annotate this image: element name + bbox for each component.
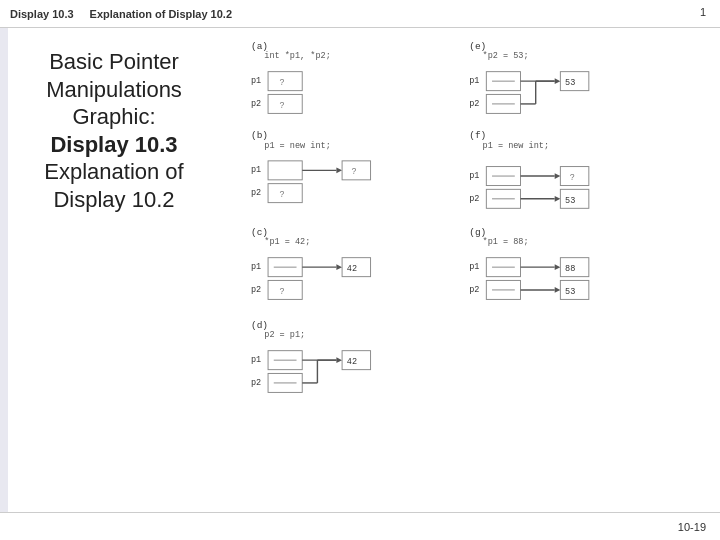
svg-rect-17 — [268, 184, 302, 203]
svg-text:(c): (c) — [251, 227, 268, 238]
svg-text:(g): (g) — [469, 227, 486, 238]
svg-text:p2: p2 — [251, 285, 261, 295]
svg-marker-37 — [336, 357, 342, 363]
svg-text:42: 42 — [347, 264, 357, 274]
svg-text:p1: p1 — [469, 262, 479, 272]
svg-marker-52 — [555, 78, 561, 84]
svg-text:53: 53 — [565, 196, 575, 206]
svg-marker-83 — [555, 264, 561, 270]
svg-text:(f): (f) — [469, 130, 486, 141]
svg-marker-67 — [555, 173, 561, 179]
svg-rect-29 — [268, 280, 302, 299]
svg-text:?: ? — [279, 78, 284, 88]
svg-text:p1 = new int;: p1 = new int; — [264, 141, 331, 151]
svg-text:p1: p1 — [251, 165, 261, 175]
tab-display-label: Display 10.3 — [10, 8, 74, 20]
svg-text:p1: p1 — [251, 76, 261, 86]
svg-text:42: 42 — [347, 357, 357, 367]
svg-text:p1 = new int;: p1 = new int; — [483, 141, 550, 151]
svg-text:?: ? — [570, 173, 575, 183]
diagram-area: (a) int *p1, *p2; p1 ? p2 ? (b) p1 = new… — [228, 28, 720, 512]
svg-text:?: ? — [279, 190, 284, 200]
svg-text:p2: p2 — [469, 194, 479, 204]
title-line1: Basic Pointer — [14, 48, 214, 76]
svg-text:(d): (d) — [251, 320, 268, 331]
svg-text:p1: p1 — [251, 262, 261, 272]
svg-text:p2: p2 — [251, 188, 261, 198]
svg-marker-25 — [336, 264, 342, 270]
svg-text:p2: p2 — [251, 378, 261, 388]
svg-text:?: ? — [279, 287, 284, 297]
svg-text:p2: p2 — [469, 285, 479, 295]
svg-text:53: 53 — [565, 287, 575, 297]
svg-text:?: ? — [279, 101, 284, 111]
svg-text:53: 53 — [565, 78, 575, 88]
svg-rect-11 — [268, 161, 302, 180]
svg-text:(a): (a) — [251, 41, 268, 52]
svg-text:(e): (e) — [469, 41, 486, 52]
svg-text:p2 = p1;: p2 = p1; — [264, 330, 305, 340]
title-line2: Manipulations — [14, 76, 214, 104]
svg-text:(b): (b) — [251, 130, 268, 141]
svg-text:*p2 = 53;: *p2 = 53; — [483, 51, 529, 61]
svg-marker-74 — [555, 196, 561, 202]
left-panel: Basic Pointer Manipulations Graphic: Dis… — [0, 28, 228, 512]
page-number-top: 1 — [700, 6, 706, 18]
bottom-bar: 10-19 — [0, 512, 720, 540]
svg-rect-6 — [268, 94, 302, 113]
svg-text:88: 88 — [565, 264, 575, 274]
svg-text:p1: p1 — [251, 355, 261, 365]
svg-text:?: ? — [352, 167, 357, 177]
svg-text:p1: p1 — [469, 171, 479, 181]
diagram-svg: (a) int *p1, *p2; p1 ? p2 ? (b) p1 = new… — [228, 28, 720, 512]
title-line6: Display 10.2 — [14, 186, 214, 214]
top-bar: Display 10.3 Explanation of Display 10.2… — [0, 0, 720, 28]
svg-text:p2: p2 — [469, 99, 479, 109]
svg-marker-13 — [336, 168, 342, 174]
svg-marker-90 — [555, 287, 561, 293]
title-line4: Display 10.3 — [14, 131, 214, 159]
svg-text:p1: p1 — [469, 76, 479, 86]
title-line5: Explanation of — [14, 158, 214, 186]
svg-rect-3 — [268, 72, 302, 91]
svg-text:*p1 = 88;: *p1 = 88; — [483, 237, 529, 247]
page-number-bottom: 10-19 — [678, 521, 706, 533]
tab-explanation-label: Explanation of Display 10.2 — [90, 8, 232, 20]
svg-text:p2: p2 — [251, 99, 261, 109]
svg-text:int *p1, *p2;: int *p1, *p2; — [264, 51, 331, 61]
svg-text:*p1 = 42;: *p1 = 42; — [264, 237, 310, 247]
title-line3: Graphic: — [14, 103, 214, 131]
